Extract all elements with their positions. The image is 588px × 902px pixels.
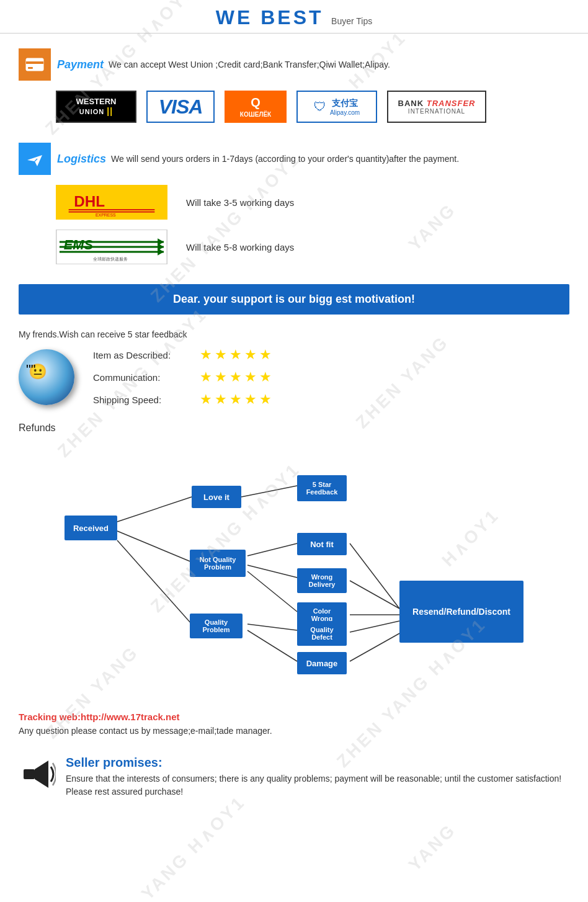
rating-item-communication: Communication: ★ ★ ★ ★ ★ [93,369,272,385]
feedback-section: My frends.Wish can receive 5 star feedba… [0,324,588,413]
refunds-section: Refunds [0,418,588,694]
feedback-description: My frends.Wish can receive 5 star feedba… [19,329,569,339]
speaker-icon [19,756,56,793]
tracking-section: Tracking web:http://www.17track.net Any … [0,704,588,751]
promises-section: Seller promises: Ensure that the interes… [0,751,588,805]
dhl-row: DHL EXPRESS Will take 3-5 working days [56,185,569,220]
western-union-logo: WESTERN UNION || [56,91,136,123]
svg-line-21 [247,543,297,556]
svg-line-24 [247,624,297,630]
svg-line-26 [350,543,399,609]
payment-header: Payment We can accept West Union ;Credit… [19,48,569,81]
tracking-link[interactable]: Tracking web:http://www.17track.net [19,712,569,722]
svg-line-22 [247,565,297,578]
diagram-svg [27,441,561,689]
payment-section: Payment We can accept West Union ;Credit… [0,43,588,133]
logistics-section: Logistics We will send yours orders in 1… [0,138,588,274]
payment-icon [19,48,51,81]
svg-line-18 [117,531,192,562]
header-subtitle: Buyer Tips [331,16,372,26]
qiwi-logo: Q КОШЕЛЁК [225,91,287,123]
logistics-header: Logistics We will send yours orders in 1… [19,143,569,175]
received-box: Received [65,516,117,540]
rating-item-shipping: Shipping Speed: ★ ★ ★ ★ ★ [93,391,272,408]
header-title: WE BEST [216,6,324,29]
quality-defect-box: QualityDefect [297,621,347,646]
bank-transfer-logo: BANK TRANSFER INTERNATIONAL [387,91,486,123]
logistics-description: We will send yours orders in 1-7days (ac… [111,154,459,164]
wrong-delivery-box: WrongDelivery [297,568,347,593]
svg-text:DHL: DHL [74,193,105,210]
svg-line-25 [247,630,297,661]
promises-title: Seller promises: [66,756,569,770]
payment-description: We can accept West Union ;Credit card;Ba… [109,60,390,69]
globe-face: 😐 [29,363,47,380]
promises-content: Seller promises: Ensure that the interes… [66,756,569,798]
diagram-container: Received Love it 5 StarFeedback Not Qual… [27,441,561,689]
svg-line-27 [350,581,399,609]
resend-box: Resend/Refund/Discont [399,581,523,643]
ratings-container: Item as Described: ★ ★ ★ ★ ★ Communicati… [93,347,272,408]
feedback-content: 😐 Item as Described: ★ ★ ★ ★ ★ Communica… [19,347,569,408]
svg-marker-32 [35,761,48,788]
rating-label-shipping: Shipping Speed: [93,395,192,405]
alipay-logo: 🛡 支付宝 Alipay.com [296,91,377,123]
refunds-label: Refunds [19,422,569,434]
svg-line-17 [117,497,192,522]
stars-communication: ★ ★ ★ ★ ★ [200,369,272,385]
stars-described: ★ ★ ★ ★ ★ [200,347,272,363]
feedback-globe: 😐 [19,349,74,405]
ems-logo: EMS 全球邮政快递服务 [56,230,167,264]
svg-line-23 [247,571,297,612]
rating-label-described: Item as Described: [93,350,192,360]
payment-svg-icon [24,53,46,76]
ems-svg: EMS 全球邮政快递服务 [56,230,167,264]
svg-rect-31 [24,769,35,779]
stars-shipping: ★ ★ ★ ★ ★ [200,391,272,408]
tracking-description: Any question please contact us by messag… [19,726,569,736]
motivation-banner: Dear. your support is our bigg est motiv… [19,284,569,315]
svg-rect-2 [28,67,33,69]
dhl-logo: DHL EXPRESS [56,185,167,220]
plane-icon [24,148,46,170]
svg-line-19 [117,540,192,624]
not-fit-box: Not fit [297,533,347,555]
rating-item-described: Item as Described: ★ ★ ★ ★ ★ [93,347,272,363]
love-it-box: Love it [192,486,241,508]
svg-text:EXPRESS: EXPRESS [96,213,116,217]
svg-line-30 [350,633,399,661]
promises-text: Ensure that the interests of consumers; … [66,772,569,798]
dhl-delivery-time: Will take 3-5 working days [186,197,294,208]
visa-logo: VISA [146,91,215,123]
svg-line-20 [241,486,297,497]
logistics-label: Logistics [57,153,106,166]
ems-row: EMS 全球邮政快递服务 Will take 5-8 working days [56,230,569,264]
svg-rect-1 [26,61,43,64]
quality-problem-box: QualityProblem [190,614,243,638]
svg-text:全球邮政快递服务: 全球邮政快递服务 [93,257,128,261]
speaker-icon-container [19,756,56,800]
payment-logos-row: WESTERN UNION || VISA Q КОШЕЛЁК 🛡 支付宝 Al… [56,91,569,123]
rating-label-communication: Communication: [93,372,192,383]
payment-label: Payment [57,58,104,71]
logistics-icon [19,143,51,175]
page-header: WE BEST Buyer Tips [0,0,588,33]
dhl-svg: DHL EXPRESS [63,185,160,220]
svg-line-29 [350,621,399,632]
not-quality-box: Not QualityProblem [190,550,246,577]
ems-delivery-time: Will take 5-8 working days [186,242,294,252]
svg-text:EMS: EMS [64,237,94,252]
five-star-box: 5 StarFeedback [297,475,347,501]
damage-box: Damage [297,652,347,674]
